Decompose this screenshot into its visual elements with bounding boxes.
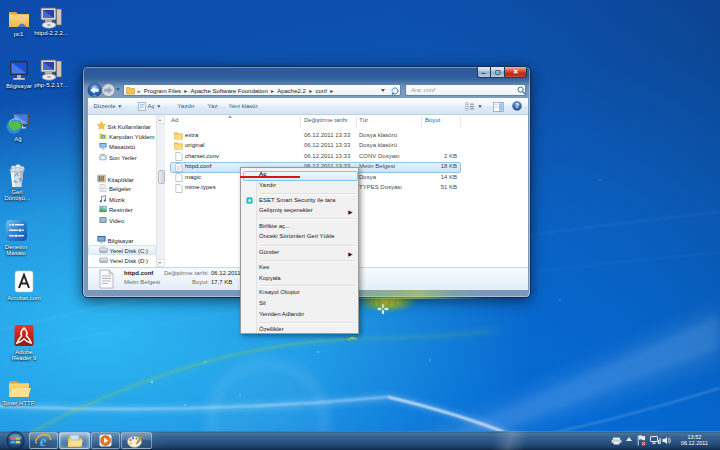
svg-text:e: e [247, 197, 250, 203]
svg-text:?: ? [515, 102, 519, 109]
